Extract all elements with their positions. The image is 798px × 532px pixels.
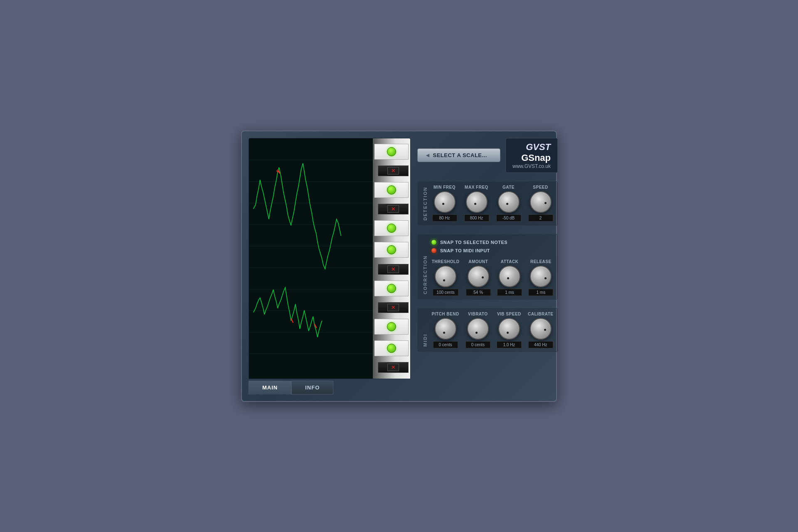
- note-btn-4[interactable]: [387, 245, 396, 254]
- threshold-label: Threshold: [432, 259, 460, 264]
- detection-content: Min Freq 80 Hz Max Freq: [431, 185, 554, 222]
- release-label: Release: [530, 259, 552, 264]
- vibrato-group: Vibrato 0 cents: [466, 312, 490, 348]
- min-freq-label: Min Freq: [433, 185, 456, 190]
- note-btn-6[interactable]: [387, 322, 396, 331]
- piano-key-white-4: [374, 242, 409, 258]
- attack-knob[interactable]: [499, 266, 520, 287]
- svg-rect-0: [249, 138, 373, 379]
- max-freq-value: 800 Hz: [464, 214, 489, 222]
- threshold-group: Threshold 100 cents: [432, 259, 460, 296]
- calibrate-knob[interactable]: [530, 318, 552, 340]
- piano-key-black-4: ✕: [378, 302, 409, 313]
- correction-section: Correction Snap to selected notes Snap t…: [417, 234, 558, 300]
- midi-section: Midi Pitch Bend 0 cents Vibr: [417, 308, 558, 352]
- vibrato-knob[interactable]: [467, 318, 489, 340]
- detection-label: Detection: [421, 185, 429, 222]
- vibrato-value: 0 cents: [466, 341, 490, 348]
- threshold-knob[interactable]: [435, 266, 456, 287]
- logo-title: GVST GSnap: [512, 142, 551, 163]
- release-dot: [544, 277, 547, 279]
- snap-selected-led: [431, 239, 437, 245]
- gate-dot: [506, 203, 508, 205]
- logo-box: GVST GSnap www.GVST.co.uk: [505, 138, 558, 173]
- min-freq-knob[interactable]: [434, 191, 456, 213]
- release-value: 1 ms: [528, 289, 553, 296]
- note-btn-x-5[interactable]: ✕: [387, 364, 399, 371]
- pitch-bend-knob[interactable]: [435, 318, 456, 340]
- threshold-dot: [443, 279, 445, 281]
- plugin-inner: ✕ ✕: [249, 138, 549, 394]
- calibrate-value: 440 Hz: [528, 341, 553, 348]
- piano-key-black-5: ✕: [378, 362, 409, 373]
- snap-midi-option[interactable]: Snap to midi input: [431, 248, 554, 254]
- snap-selected-option[interactable]: Snap to selected notes: [431, 239, 554, 245]
- note-btn-x-2[interactable]: ✕: [387, 205, 399, 213]
- piano-key-black-3: ✕: [378, 264, 409, 275]
- min-freq-group: Min Freq 80 Hz: [432, 185, 457, 222]
- top-section: ✕ ✕: [249, 138, 549, 394]
- note-btn-3[interactable]: [387, 224, 396, 233]
- amount-value: 54 %: [466, 289, 491, 296]
- gate-value: -50 dB: [496, 214, 521, 222]
- threshold-value: 100 cents: [433, 289, 458, 296]
- speed-group: Speed 2: [528, 185, 553, 222]
- speed-value: 2: [528, 214, 553, 222]
- amount-label: Amount: [468, 259, 488, 264]
- amount-dot: [482, 276, 484, 278]
- header-row: Select a scale... GVST GSnap www.GVST.co…: [417, 138, 558, 173]
- pitch-bend-label: Pitch Bend: [432, 312, 459, 316]
- bottom-tabs: Main Info: [249, 381, 411, 394]
- right-panel: Select a scale... GVST GSnap www.GVST.co…: [411, 138, 558, 394]
- note-btn-1[interactable]: [387, 147, 396, 156]
- calibrate-group: Calibrate 440 Hz: [528, 312, 554, 348]
- note-btn-x-4[interactable]: ✕: [387, 304, 399, 311]
- amount-knob[interactable]: [468, 266, 489, 287]
- gate-knob[interactable]: [498, 191, 520, 213]
- piano-key-col: ✕ ✕: [373, 138, 410, 379]
- attack-value: 1 ms: [497, 289, 522, 296]
- max-freq-knob[interactable]: [466, 191, 488, 213]
- logo-website: www.GVST.co.uk: [512, 163, 551, 169]
- piano-key-white-2: [374, 182, 409, 198]
- piano-key-white-7: [374, 340, 409, 356]
- min-freq-dot: [442, 203, 444, 205]
- min-freq-value: 80 Hz: [432, 214, 457, 222]
- snap-options: Snap to selected notes Snap to midi inpu…: [431, 238, 554, 255]
- tab-info[interactable]: Info: [291, 381, 333, 394]
- amount-group: Amount 54 %: [466, 259, 491, 296]
- note-btn-5[interactable]: [387, 284, 396, 293]
- pitch-bend-value: 0 cents: [433, 341, 458, 348]
- detection-section: Detection Min Freq 80 Hz Max: [417, 181, 558, 226]
- release-group: Release 1 ms: [528, 259, 553, 296]
- logo-gsnap: GSnap: [521, 153, 551, 163]
- tab-main[interactable]: Main: [249, 381, 291, 394]
- correction-label: Correction: [421, 238, 429, 296]
- speed-knob[interactable]: [530, 191, 552, 213]
- calibrate-dot: [544, 329, 546, 331]
- midi-content: Pitch Bend 0 cents Vibrato: [431, 312, 554, 348]
- pitch-bend-dot: [443, 332, 445, 334]
- vib-speed-knob[interactable]: [498, 318, 520, 340]
- vib-speed-dot: [507, 332, 509, 334]
- scale-select-button[interactable]: Select a scale...: [417, 148, 500, 162]
- vib-speed-value: 1.0 Hz: [497, 341, 522, 348]
- speed-label: Speed: [533, 185, 548, 190]
- vib-speed-label: Vib Speed: [497, 312, 521, 316]
- vibrato-dot: [475, 332, 478, 334]
- gate-group: Gate -50 dB: [496, 185, 521, 222]
- piano-key-black-1: ✕: [378, 165, 409, 176]
- vib-speed-group: Vib Speed 1.0 Hz: [497, 312, 522, 348]
- snap-midi-led: [431, 248, 437, 254]
- gate-label: Gate: [502, 185, 515, 190]
- note-btn-2[interactable]: [387, 185, 396, 195]
- snap-selected-label: Snap to selected notes: [440, 240, 507, 245]
- attack-dot: [507, 277, 509, 279]
- note-btn-x-3[interactable]: ✕: [387, 266, 399, 273]
- note-btn-x-1[interactable]: ✕: [387, 167, 399, 175]
- note-btn-7[interactable]: [387, 344, 396, 353]
- piano-key-white-1: [374, 144, 409, 160]
- release-knob[interactable]: [530, 266, 552, 287]
- correction-knob-row: Threshold 100 cents Amount: [431, 259, 554, 296]
- max-freq-group: Max Freq 800 Hz: [464, 185, 489, 222]
